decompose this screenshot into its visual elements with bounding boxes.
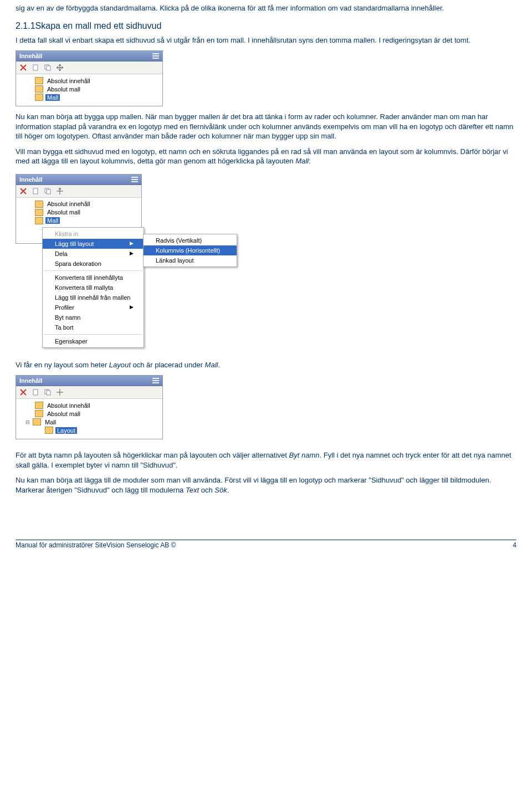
content-panel-3: Innehåll Absolut innehåll Absolut mall ⊟… [16, 375, 163, 439]
ctx-item-profiles[interactable]: Profiler▶ [43, 302, 144, 312]
new-icon[interactable] [32, 388, 39, 396]
tree-node[interactable]: Mall [19, 217, 140, 225]
panel-header: Innehåll [16, 51, 162, 61]
panel-toolbar [16, 386, 162, 399]
new-icon[interactable] [32, 64, 39, 71]
copy-icon[interactable] [44, 64, 52, 71]
folder-icon [35, 410, 43, 417]
folder-icon [35, 94, 43, 101]
context-menu: Klistra in Lägg till layout▶ Dela▶ Spara… [42, 227, 144, 348]
ctx-item-convert-template[interactable]: Konvertera till mallyta [43, 283, 144, 293]
tree-3: Absolut innehåll Absolut mall ⊟Mall Layo… [16, 399, 162, 439]
chevron-right-icon: ▶ [130, 240, 134, 247]
svg-rect-2 [152, 58, 159, 59]
intro-paragraph: sig av en av de förbyggda standardmallar… [16, 3, 516, 13]
chevron-right-icon: ▶ [130, 250, 134, 257]
document-page: sig av en av de förbyggda standardmallar… [0, 0, 532, 495]
ctx-item-save-decoration[interactable]: Spara dekoration [43, 259, 144, 269]
ctx-sub-rows[interactable]: Radvis (Vertikalt) [144, 235, 237, 245]
panel-header: Innehåll [16, 376, 162, 386]
svg-rect-0 [152, 53, 159, 54]
paragraph-2: Vill man bygga ett sidhuvud med en logot… [16, 147, 516, 166]
svg-rect-1 [152, 55, 159, 57]
panel-toolbar [16, 61, 162, 74]
section-heading: 2.1.1Skapa en mall med ett sidhuvud [16, 21, 516, 31]
ctx-item-paste[interactable]: Klistra in [43, 229, 144, 239]
chevron-right-icon: ▶ [130, 304, 134, 311]
ctx-sub-linked[interactable]: Länkad layout [144, 255, 237, 265]
folder-icon [35, 209, 43, 216]
folder-icon [35, 77, 43, 84]
delete-icon[interactable] [19, 64, 27, 71]
ctx-item-rename[interactable]: Byt namn [43, 312, 144, 322]
intro2-paragraph: I detta fall skall vi enbart skapa ett s… [16, 35, 516, 45]
delete-icon[interactable] [19, 388, 27, 396]
svg-rect-7 [131, 179, 138, 180]
svg-rect-3 [33, 65, 38, 70]
paragraph-5: Nu kan man börja att lägga till de modul… [16, 475, 516, 495]
context-submenu: Radvis (Vertikalt) Kolumnvis (Horisontel… [143, 234, 237, 267]
tree-node[interactable]: Mall [19, 93, 161, 101]
tree-node[interactable]: Absolut innehåll [19, 76, 161, 85]
ctx-item-delete[interactable]: Ta bort [43, 322, 144, 332]
tree-1: Absolut innehåll Absolut mall Mall [16, 74, 162, 106]
folder-icon [33, 418, 41, 425]
svg-rect-13 [152, 380, 159, 381]
svg-rect-12 [152, 378, 159, 379]
panel-toolbar [16, 185, 141, 198]
svg-rect-15 [33, 389, 38, 395]
panel-options-icon[interactable] [152, 378, 159, 383]
svg-rect-5 [47, 66, 50, 70]
copy-icon[interactable] [44, 187, 52, 195]
ctx-separator [44, 270, 142, 271]
tree-node[interactable]: Absolut mall [19, 208, 140, 217]
paragraph-4: För att byta namn på layouten så högerkl… [16, 450, 516, 470]
ctx-item-convert-content[interactable]: Konvertera till innehållyta [43, 273, 144, 283]
tree-node[interactable]: Layout [19, 426, 161, 434]
svg-rect-17 [47, 391, 50, 395]
svg-rect-9 [33, 188, 38, 194]
context-menu-figure: Innehåll Absolut innehåll Absolut mall M… [16, 172, 282, 355]
panel-title: Innehåll [19, 377, 43, 384]
collapse-icon[interactable]: ⊟ [25, 419, 30, 425]
paragraph-1: Nu kan man börja att bygga upp mallen. N… [16, 112, 516, 141]
delete-icon[interactable] [19, 187, 27, 195]
move-icon[interactable] [56, 388, 64, 396]
tree-node[interactable]: Absolut mall [19, 409, 161, 418]
panel-title: Innehåll [19, 53, 43, 59]
page-footer: Manual för administratörer SiteVision Se… [0, 540, 532, 553]
footer-text: Manual för administratörer SiteVision Se… [16, 541, 176, 549]
ctx-item-add-layout[interactable]: Lägg till layout▶ [43, 239, 144, 249]
panel-header: Innehåll [16, 175, 141, 185]
folder-icon [45, 427, 53, 434]
panel-options-icon[interactable] [131, 177, 138, 182]
svg-rect-6 [131, 177, 138, 178]
ctx-separator [44, 334, 142, 335]
paragraph-3: Vi får en ny layout som heter Layout och… [16, 360, 516, 370]
tree-node[interactable]: Absolut innehåll [19, 200, 140, 208]
folder-icon [35, 201, 43, 208]
ctx-item-split[interactable]: Dela▶ [43, 249, 144, 259]
tree-node[interactable]: ⊟Mall [19, 418, 161, 426]
panel-title: Innehåll [19, 176, 43, 183]
page-number: 4 [513, 541, 516, 549]
folder-icon [35, 402, 43, 409]
svg-rect-11 [47, 189, 50, 194]
copy-icon[interactable] [44, 388, 52, 396]
new-icon[interactable] [32, 187, 39, 195]
svg-rect-14 [152, 382, 159, 383]
svg-rect-8 [131, 181, 138, 182]
ctx-item-properties[interactable]: Egenskaper [43, 336, 144, 346]
move-icon[interactable] [56, 64, 64, 71]
panel-options-icon[interactable] [152, 53, 159, 59]
move-icon[interactable] [56, 187, 64, 195]
tree-node[interactable]: Absolut innehåll [19, 401, 161, 409]
ctx-item-add-from-template[interactable]: Lägg till innehåll från mallen [43, 293, 144, 302]
ctx-sub-columns[interactable]: Kolumnvis (Horisontellt) [144, 245, 237, 255]
content-panel-1: Innehåll Absolut innehåll Absolut mall M… [16, 50, 163, 106]
folder-icon [35, 85, 43, 93]
folder-icon [35, 217, 43, 224]
tree-node[interactable]: Absolut mall [19, 85, 161, 93]
